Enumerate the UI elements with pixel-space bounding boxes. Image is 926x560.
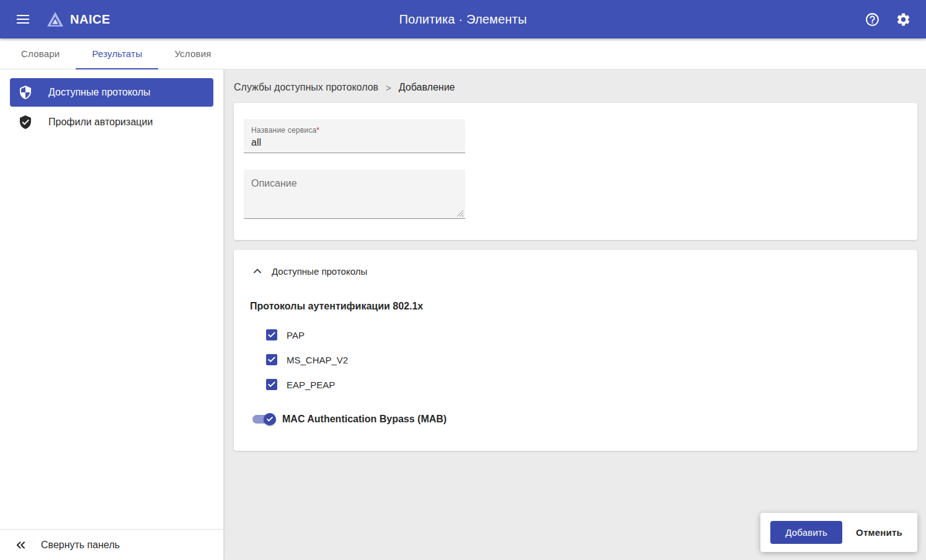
page-title: Политика · Элементы	[399, 12, 527, 27]
shield-icon	[18, 85, 33, 100]
tabs-bar: Словари Результаты Условия	[0, 38, 926, 69]
hamburger-menu-icon	[17, 15, 29, 24]
brand: NAICE	[46, 11, 110, 27]
checkbox-checked-icon[interactable]	[266, 354, 277, 365]
shield-check-icon	[18, 115, 33, 130]
sidebar-item-authorization-profiles[interactable]: Профили авторизации	[10, 108, 213, 136]
breadcrumb-parent[interactable]: Службы доступных протоколов	[234, 82, 378, 93]
app-bar: NAICE Политика · Элементы	[0, 0, 926, 38]
toggle-on-icon[interactable]	[252, 415, 274, 424]
service-name-label: Название сервиса	[251, 126, 316, 135]
help-icon	[865, 12, 880, 27]
description-textarea[interactable]	[244, 169, 465, 218]
description-field[interactable]	[244, 169, 465, 219]
collapse-panel-button[interactable]: Свернуть панель	[0, 529, 223, 560]
sidebar-items: Доступные протоколы Профили авторизации	[0, 69, 223, 138]
checkbox-row-eap-peap[interactable]: EAP_PEAP	[266, 379, 907, 390]
collapse-panel-label: Свернуть панель	[41, 540, 120, 551]
content: Доступные протоколы Профили авторизации …	[0, 69, 926, 560]
add-button[interactable]: Добавить	[770, 521, 842, 544]
required-asterisk: *	[316, 126, 319, 135]
service-name-field[interactable]: Название сервиса*	[244, 119, 465, 153]
sidebar: Доступные протоколы Профили авторизации …	[0, 69, 223, 560]
breadcrumb-separator: >	[386, 82, 391, 93]
allowed-protocols-card: Доступные протоколы Протоколы аутентифик…	[234, 250, 917, 451]
settings-button[interactable]	[890, 6, 916, 32]
breadcrumb: Службы доступных протоколов > Добавление	[234, 74, 917, 103]
checkbox-row-ms-chap-v2[interactable]: MS_CHAP_V2	[266, 354, 907, 365]
tab-usloviya[interactable]: Условия	[158, 38, 227, 69]
checkbox-checked-icon[interactable]	[266, 379, 277, 390]
tab-slovari[interactable]: Словари	[5, 38, 76, 69]
sidebar-item-label: Доступные протоколы	[48, 87, 150, 98]
sidebar-item-label: Профили авторизации	[48, 117, 153, 128]
naice-logo-icon	[46, 11, 65, 27]
gear-icon	[896, 12, 911, 27]
protocols-section-header[interactable]: Доступные протоколы	[244, 265, 907, 277]
service-form-card: Название сервиса*	[234, 103, 917, 240]
cancel-button[interactable]: Отменить	[848, 521, 910, 544]
app-bar-actions	[859, 6, 916, 32]
checkbox-label: PAP	[287, 330, 305, 340]
mab-toggle-label: MAC Authentication Bypass (MAB)	[282, 414, 447, 425]
menu-button[interactable]	[10, 6, 36, 32]
auth-protocols-group-title: Протоколы аутентификации 802.1x	[250, 301, 907, 312]
checkbox-label: EAP_PEAP	[287, 380, 335, 390]
service-name-input[interactable]	[251, 135, 458, 148]
mab-toggle-row[interactable]: MAC Authentication Bypass (MAB)	[252, 414, 907, 425]
checkbox-row-pap[interactable]: PAP	[266, 329, 907, 340]
sidebar-item-available-protocols[interactable]: Доступные протоколы	[10, 78, 213, 107]
tab-rezultaty[interactable]: Результаты	[76, 38, 158, 69]
double-chevron-left-icon	[14, 538, 27, 552]
help-button[interactable]	[859, 6, 885, 32]
checkbox-checked-icon[interactable]	[266, 329, 277, 340]
checkbox-label: MS_CHAP_V2	[287, 355, 348, 365]
actions-card: Добавить Отменить	[760, 513, 917, 552]
chevron-up-icon	[251, 265, 264, 277]
protocols-section-title: Доступные протоколы	[272, 266, 367, 277]
breadcrumb-current: Добавление	[399, 82, 455, 93]
main-area: Службы доступных протоколов > Добавление…	[223, 69, 926, 560]
brand-name: NAICE	[70, 12, 110, 27]
